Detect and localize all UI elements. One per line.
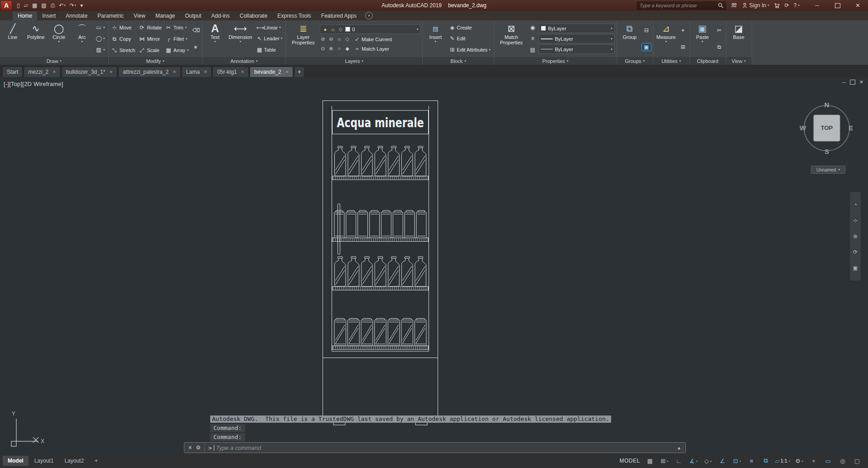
layer-lock-icon[interactable]: ◇	[344, 36, 350, 42]
file-tab-bulldozer-3d-1-[interactable]: bulldozer_3d_1*✕	[62, 67, 117, 77]
rotate-button[interactable]: ⟳Rotate	[139, 24, 161, 31]
sign-in-button[interactable]: Sign In ▾	[742, 2, 769, 9]
lineweight-button[interactable]: ≡	[745, 456, 758, 466]
close-tab-icon[interactable]: ✕	[285, 70, 289, 74]
layer-unisolate-icon[interactable]: ⊙	[320, 46, 326, 52]
copy-button[interactable]: ⧉Copy	[111, 36, 135, 42]
panel-label-block[interactable]: Block▾	[423, 57, 493, 65]
group-button[interactable]: ⧉ Group	[619, 21, 641, 56]
panel-label-groups[interactable]: Groups▾	[617, 57, 653, 65]
fillet-button[interactable]: ╭Fillet▾	[165, 36, 189, 42]
mirror-button[interactable]: ⋈Mirror	[139, 36, 161, 42]
layout-tab-layout2[interactable]: Layout2	[59, 456, 89, 466]
save-as-button[interactable]: ▧	[40, 2, 48, 9]
panel-label-annotation[interactable]: Annotation▾	[203, 57, 286, 65]
undo-button[interactable]: ↶▾	[58, 2, 67, 9]
snap-mode-button[interactable]: ⊞▾	[658, 456, 671, 466]
file-tab-mezzi-2[interactable]: mezzi_2✕	[24, 67, 60, 77]
measure-button[interactable]: ⊿ Measure ▾	[655, 21, 677, 56]
match-properties-button[interactable]: ⊠ Match Properties	[496, 21, 527, 56]
command-line[interactable]: ✕ ⚙ > ▲	[184, 442, 686, 453]
object-snap-tracking-button[interactable]: ∠	[716, 456, 729, 466]
file-tab-attrezzi-palestra-2[interactable]: attrezzi_palestra_2✕	[118, 67, 181, 77]
quick-calculator-button[interactable]: ⊞	[679, 43, 688, 51]
a360-sync-icon[interactable]: ⟳	[785, 2, 789, 9]
layer-off-icon[interactable]: ⊖	[328, 36, 334, 42]
annotation-scale-button[interactable]: ▱1:1▾	[774, 456, 791, 466]
layout-tab-layout1[interactable]: Layout1	[29, 456, 59, 466]
move-button[interactable]: ⊹Move	[111, 24, 135, 31]
dimension-button[interactable]: ⟷ Dimension ▾	[227, 21, 254, 56]
panel-label-layers[interactable]: Layers▾	[286, 57, 422, 65]
id-point-button[interactable]: ⌖	[679, 27, 688, 34]
ribbon-tab-collaborate[interactable]: Collaborate	[235, 11, 272, 20]
base-view-button[interactable]: ◪ Base	[728, 21, 750, 56]
model-space-button[interactable]: MODEL	[620, 458, 640, 464]
autocad-logo-icon[interactable]: A	[1, 1, 12, 10]
new-drawing-tab-button[interactable]: +	[294, 67, 304, 77]
viewport-controls[interactable]: [-][Top][2D Wireframe]	[4, 81, 63, 87]
close-icon[interactable]: ✕	[188, 445, 192, 451]
copy-clip-button[interactable]: ⧉	[715, 43, 724, 51]
zoom-icon[interactable]: ⊕	[853, 233, 858, 239]
circle-button[interactable]: ◯ Circle ▾	[48, 21, 70, 56]
ribbon-minimize-button[interactable]: ▾	[365, 12, 373, 19]
cut-button[interactable]: ✂	[715, 27, 724, 34]
maximize-button[interactable]	[827, 0, 848, 11]
layer-freeze-icon[interactable]: ☼	[336, 36, 342, 42]
lineweight-select[interactable]: ByLayer ▾	[539, 44, 615, 54]
layer-select[interactable]: ● ☼ ◇ 0 ▾	[320, 24, 420, 34]
create-block-button[interactable]: ◈Create	[448, 24, 492, 31]
erase-button[interactable]: ⌫	[191, 27, 200, 34]
close-tab-icon[interactable]: ✕	[109, 70, 113, 74]
properties-list-button[interactable]: ≡	[528, 35, 537, 42]
ribbon-tab-express-tools[interactable]: Express Tools	[272, 11, 316, 20]
ellipse-button[interactable]: ◯▾	[94, 35, 106, 42]
ortho-mode-button[interactable]: ∟	[673, 456, 685, 466]
command-history-chevron-icon[interactable]: ▲	[673, 445, 685, 450]
qat-menu-button[interactable]: ▾	[79, 2, 84, 9]
ribbon-tab-insert[interactable]: Insert	[37, 11, 61, 20]
viewcube-south[interactable]: S	[825, 148, 829, 155]
viewport-minimize-icon[interactable]: ─	[842, 80, 846, 85]
edit-attributes-button[interactable]: ⊞Edit Attributes▾	[448, 46, 492, 53]
clean-screen-button[interactable]: ▢	[851, 456, 863, 466]
annotation-monitor-button[interactable]: +	[807, 456, 820, 466]
make-current-button[interactable]: ✓Make Current	[352, 36, 393, 43]
save-button[interactable]: ▦	[31, 2, 39, 9]
leader-button[interactable]: ↖Leader▾	[255, 35, 284, 42]
app-store-cart-icon[interactable]	[774, 2, 780, 9]
search-box[interactable]	[637, 1, 726, 10]
table-button[interactable]: ▦Table	[255, 46, 284, 53]
ribbon-tab-output[interactable]: Output	[180, 11, 206, 20]
file-tab-05r-klg1[interactable]: 05r-klg1✕	[212, 67, 249, 77]
command-input[interactable]	[215, 444, 673, 452]
close-tab-icon[interactable]: ✕	[173, 70, 176, 74]
match-layer-button[interactable]: ≈Match Layer	[352, 45, 391, 53]
viewcube-west[interactable]: W	[800, 124, 806, 132]
linear-dimension-button[interactable]: ⟷Linear▾	[255, 24, 284, 31]
file-tab-start[interactable]: Start	[2, 67, 23, 77]
showmotion-icon[interactable]: ▣	[853, 265, 858, 271]
viewcube[interactable]: N W E S TOP	[796, 92, 858, 160]
ribbon-tab-featured-apps[interactable]: Featured Apps	[316, 11, 362, 20]
search-icon[interactable]	[718, 2, 724, 9]
ribbon-tab-home[interactable]: Home	[13, 11, 37, 20]
open-file-button[interactable]: ▱	[23, 2, 29, 9]
drawing-canvas[interactable]: Acqua minerale [-][Top][2D Wireframe] ─ …	[0, 77, 868, 454]
ribbon-tab-parametric[interactable]: Parametric	[92, 11, 129, 20]
layer-unlock-icon[interactable]: ◆	[344, 46, 350, 52]
layout-tab-model[interactable]: Model	[3, 456, 29, 466]
object-color-select[interactable]: ByLayer ▾	[539, 24, 615, 33]
explode-button[interactable]: ∗	[191, 43, 200, 51]
layer-on-icon[interactable]: ⊕	[328, 46, 334, 52]
line-button[interactable]: ╱ Line	[2, 21, 24, 56]
ribbon-tab-manage[interactable]: Manage	[150, 11, 180, 20]
polyline-button[interactable]: ∿ Polyline	[25, 21, 47, 56]
viewcube-north[interactable]: N	[825, 101, 829, 109]
redo-button[interactable]: ↷▾	[68, 2, 78, 9]
ribbon-tab-view[interactable]: View	[129, 11, 150, 20]
paste-button[interactable]: ▣ Paste ▾	[692, 21, 714, 56]
group-selection-toggle[interactable]: ▣	[642, 43, 651, 51]
panel-label-utilities[interactable]: Utilities▾	[653, 57, 690, 65]
